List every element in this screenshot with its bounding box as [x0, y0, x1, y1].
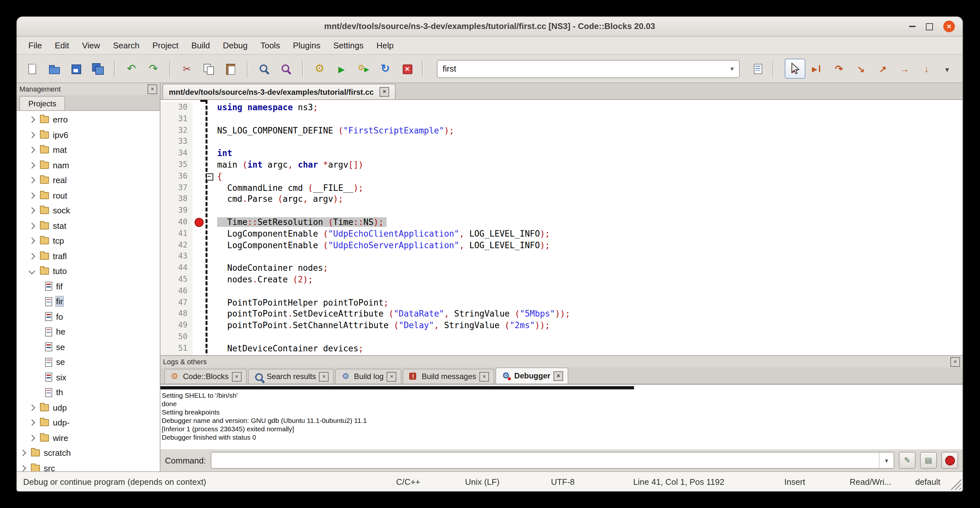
find-button[interactable]	[254, 59, 274, 79]
breakpoint-margin[interactable]	[192, 113, 205, 125]
fold-margin[interactable]	[205, 309, 213, 320]
code-area[interactable]: 30using namespace ns3;3132NS_LOG_COMPONE…	[161, 100, 963, 355]
fold-margin[interactable]	[205, 113, 213, 125]
close-icon[interactable]	[943, 21, 955, 32]
build-button[interactable]	[309, 59, 330, 79]
code-text[interactable]: {	[213, 171, 222, 182]
tree-item-mat[interactable]: mat	[17, 142, 160, 158]
breakpoint-margin[interactable]	[192, 182, 205, 194]
run-to-cursor-button[interactable]	[807, 59, 827, 79]
menu-item-file[interactable]: File	[22, 37, 48, 54]
step-out-button[interactable]	[872, 59, 893, 79]
code-text[interactable]: main (int argc, char *argv[])	[213, 159, 363, 171]
log-tab-build-log[interactable]: Build log	[336, 369, 402, 384]
breakpoint-margin[interactable]	[192, 228, 205, 240]
fold-margin[interactable]	[205, 251, 213, 263]
breakpoint-margin[interactable]	[192, 205, 205, 217]
chevron-right-icon[interactable]	[29, 208, 35, 214]
tab-projects[interactable]: Projects	[19, 96, 65, 110]
tree-item-real[interactable]: real	[17, 173, 160, 188]
replace-button[interactable]	[276, 59, 296, 79]
fold-marker-icon[interactable]	[206, 174, 213, 180]
fold-margin[interactable]	[205, 342, 213, 354]
menu-item-tools[interactable]: Tools	[254, 37, 286, 54]
chevron-right-icon[interactable]	[29, 435, 35, 441]
menu-item-debug[interactable]: Debug	[216, 37, 254, 54]
code-text[interactable]	[213, 113, 217, 125]
stop-debugger-button[interactable]	[941, 452, 958, 469]
close-icon[interactable]	[148, 84, 157, 94]
chevron-right-icon[interactable]	[20, 465, 26, 471]
breakpoint-margin[interactable]	[192, 125, 205, 136]
menu-item-search[interactable]: Search	[107, 37, 146, 54]
tree-item-sock[interactable]: sock	[17, 203, 160, 218]
attach-button[interactable]: ✎	[899, 452, 916, 469]
log-tab-search-results[interactable]: Search results	[248, 369, 334, 384]
close-icon[interactable]	[387, 372, 396, 381]
chevron-right-icon[interactable]	[29, 132, 35, 138]
tree-item-wire[interactable]: wire	[17, 430, 160, 446]
menu-item-plugins[interactable]: Plugins	[286, 37, 327, 54]
close-icon[interactable]	[479, 372, 489, 381]
breakpoint-margin[interactable]	[192, 136, 205, 148]
chevron-right-icon[interactable]	[29, 177, 35, 184]
projects-tree[interactable]: erroipv6matnamrealroutsockstattcptrafltu…	[17, 111, 160, 471]
chevron-right-icon[interactable]	[29, 238, 35, 244]
fold-margin[interactable]	[205, 182, 213, 194]
cut-button[interactable]	[177, 59, 197, 79]
chevron-right-icon[interactable]	[29, 223, 35, 229]
menu-item-build[interactable]: Build	[185, 37, 216, 54]
step-into-instruction-button[interactable]	[916, 59, 937, 79]
fold-margin[interactable]	[205, 297, 213, 309]
tree-item-se[interactable]: se	[17, 339, 160, 355]
fold-margin[interactable]	[205, 331, 213, 343]
breakpoint-margin[interactable]	[192, 342, 205, 354]
code-text[interactable]: PointToPointHelper pointToPoint;	[213, 297, 388, 309]
title-bar[interactable]: mnt/dev/tools/source/ns-3-dev/examples/t…	[17, 17, 963, 37]
code-text[interactable]: NodeContainer nodes;	[213, 263, 328, 274]
code-text[interactable]	[213, 205, 217, 217]
menu-item-settings[interactable]: Settings	[327, 37, 370, 54]
tree-item-erro[interactable]: erro	[17, 112, 160, 127]
incremental-search-box[interactable]	[437, 60, 740, 78]
debug-continue-button[interactable]	[785, 59, 805, 79]
clipboard-button[interactable]: ▤	[920, 452, 937, 469]
tree-item-se[interactable]: se	[17, 355, 160, 370]
code-text[interactable]: pointToPoint.SetChannelAttribute ("Delay…	[213, 320, 550, 331]
breakpoint-margin[interactable]	[192, 148, 205, 159]
code-text[interactable]: nodes.Create (2);	[213, 274, 313, 286]
next-instruction-button[interactable]	[894, 59, 915, 79]
code-text[interactable]	[213, 331, 217, 343]
code-text[interactable]	[213, 136, 217, 148]
chevron-right-icon[interactable]	[29, 162, 35, 169]
close-icon[interactable]	[950, 357, 960, 366]
fold-margin[interactable]	[205, 136, 213, 148]
fold-margin[interactable]	[205, 205, 213, 217]
breakpoint-margin[interactable]	[192, 171, 205, 182]
code-text[interactable]: CommandLine cmd (__FILE__);	[213, 182, 363, 194]
code-text[interactable]: pointToPoint.SetDeviceAttribute ("DataRa…	[213, 309, 570, 320]
undo-button[interactable]	[121, 59, 142, 79]
tree-item-src[interactable]: src	[17, 460, 160, 471]
close-icon[interactable]	[380, 87, 389, 97]
chevron-right-icon[interactable]	[29, 420, 35, 426]
fold-margin[interactable]	[205, 102, 213, 113]
close-icon[interactable]	[319, 372, 329, 381]
code-text[interactable]: devices = pointToPoint.Install (nodes);	[213, 354, 424, 355]
log-tab-build-messages[interactable]: Build messages	[403, 369, 494, 384]
chevron-down-icon[interactable]	[29, 268, 35, 275]
search-options-button[interactable]	[748, 59, 768, 79]
run-button[interactable]	[331, 59, 352, 79]
step-into-button[interactable]	[851, 59, 871, 79]
build-and-run-button[interactable]	[353, 59, 374, 79]
close-icon[interactable]	[554, 371, 563, 381]
code-text[interactable]: Time::SetResolution (Time::NS);	[213, 217, 387, 228]
code-editor[interactable]: 30using namespace ns3;3132NS_LOG_COMPONE…	[161, 100, 963, 355]
fold-margin[interactable]	[205, 239, 213, 251]
code-text[interactable]: cmd.Parse (argc, argv);	[213, 194, 343, 205]
open-file-button[interactable]	[44, 59, 64, 79]
tree-item-fir[interactable]: fir	[17, 294, 160, 309]
chevron-down-icon[interactable]	[725, 60, 739, 77]
maximize-icon[interactable]	[926, 23, 933, 30]
log-tab-code-blocks[interactable]: Code::Blocks	[164, 369, 247, 384]
